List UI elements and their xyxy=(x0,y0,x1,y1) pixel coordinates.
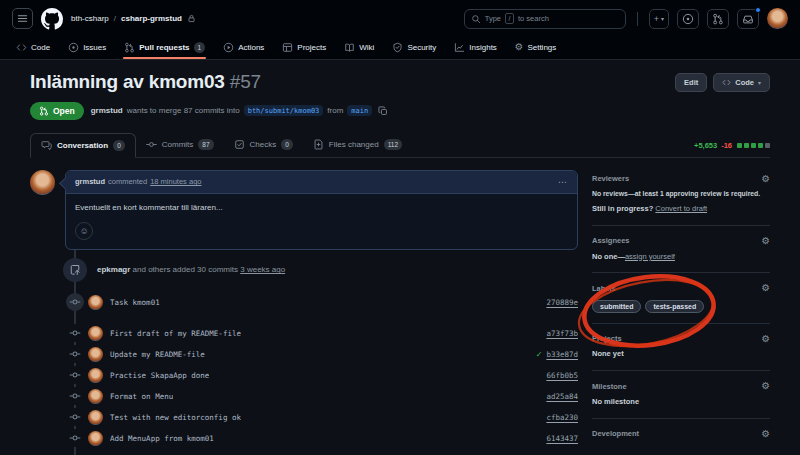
event-timestamp[interactable]: 3 weeks ago xyxy=(240,265,285,274)
hamburger-icon xyxy=(17,13,28,24)
issues-header-button[interactable] xyxy=(677,9,699,29)
diffstat-block xyxy=(758,143,763,148)
nav-item-insights[interactable]: Insights xyxy=(446,35,505,59)
commit-author-avatar[interactable] xyxy=(88,326,103,341)
copy-icon[interactable] xyxy=(378,106,388,116)
commit-hash-link[interactable]: b33e87d xyxy=(546,350,578,359)
commit-message-link[interactable]: Add MenuApp from kmom01 xyxy=(110,434,214,443)
tab-conversation[interactable]: Conversation 0 xyxy=(30,133,136,158)
nav-item-projects[interactable]: Projects xyxy=(274,35,334,59)
search-input[interactable]: Type / to search xyxy=(464,9,626,29)
gear-icon[interactable]: ⚙ xyxy=(761,381,770,391)
table-icon xyxy=(282,42,293,53)
commit-row: Add MenuApp from kmom01 6143437 xyxy=(30,428,578,449)
gear-icon[interactable]: ⚙ xyxy=(761,236,770,246)
head-branch-label[interactable]: main xyxy=(347,105,372,116)
nav-item-code[interactable]: Code xyxy=(8,35,58,59)
user-avatar[interactable] xyxy=(767,8,788,29)
commit-author-avatar[interactable] xyxy=(88,431,103,446)
commit-hash-link[interactable]: 270889e xyxy=(538,298,578,307)
tab-files-changed[interactable]: Files changed 112 xyxy=(303,132,412,157)
tab-checks[interactable]: Checks 0 xyxy=(224,132,303,157)
create-new-button[interactable]: + ▾ xyxy=(649,9,669,29)
repo-push-icon xyxy=(63,258,87,282)
add-reaction-button[interactable]: ☺ xyxy=(75,222,93,240)
gear-icon[interactable]: ⚙ xyxy=(761,429,770,439)
assignees-title: Assignees xyxy=(592,236,630,245)
reviewers-title: Reviewers xyxy=(592,174,629,183)
file-diff-icon xyxy=(313,139,324,150)
github-logo-icon[interactable] xyxy=(41,8,63,30)
sidebar-section-milestone: Milestone ⚙ No milestone xyxy=(592,371,770,418)
hamburger-menu-button[interactable] xyxy=(12,8,33,29)
pr-author[interactable]: grmstud xyxy=(91,106,123,115)
nav-item-pull-requests[interactable]: Pull requests 1 xyxy=(116,35,213,59)
sidebar-section-labels: Labels ⚙ submitted tests-passed xyxy=(592,273,770,324)
label-tests-passed[interactable]: tests-passed xyxy=(645,300,704,313)
commit-author-avatar[interactable] xyxy=(88,347,103,362)
sidebar-section-projects: Projects ⚙ None yet xyxy=(592,324,770,371)
commit-message-link[interactable]: Task kmom01 xyxy=(110,298,160,307)
commits-added-event: epkmagr and others added 30 commits 3 we… xyxy=(30,258,578,282)
milestone-empty-text: No milestone xyxy=(592,397,770,408)
git-commit-icon xyxy=(66,408,84,426)
commit-row: First draft of my README-file a73f73b xyxy=(30,323,578,344)
git-commit-icon xyxy=(66,324,84,342)
commit-hash-link[interactable]: 66fb0b5 xyxy=(538,371,578,380)
inbox-button[interactable] xyxy=(737,9,759,29)
comment-author[interactable]: grmstud xyxy=(75,177,105,186)
gear-icon[interactable]: ⚙ xyxy=(761,174,770,184)
nav-item-security[interactable]: Security xyxy=(384,35,444,59)
issue-opened-icon xyxy=(682,13,694,25)
commit-message-link[interactable]: Practise SkapaApp done xyxy=(110,371,209,380)
commit-hash-link[interactable]: cfba230 xyxy=(538,413,578,422)
commit-author-avatar[interactable] xyxy=(88,389,103,404)
comment-timestamp[interactable]: 18 minutes ago xyxy=(150,177,201,186)
commit-author-avatar[interactable] xyxy=(88,368,103,383)
inbox-icon xyxy=(742,13,754,25)
commit-hash-link[interactable]: a73f73b xyxy=(538,329,578,338)
pr-number: #57 xyxy=(230,71,261,92)
convert-to-draft-link[interactable]: Convert to draft xyxy=(655,204,707,213)
diffstat[interactable]: +5,653 -16 xyxy=(694,141,770,157)
check-success-icon[interactable]: ✓ xyxy=(528,350,543,359)
label-submitted[interactable]: submitted xyxy=(592,300,641,313)
commit-author-avatar[interactable] xyxy=(88,295,103,310)
code-icon xyxy=(722,78,731,87)
commit-message-link[interactable]: Format on Menu xyxy=(110,392,173,401)
checklist-icon xyxy=(234,139,245,150)
event-author[interactable]: epkmagr xyxy=(97,265,130,274)
commit-message-link[interactable]: Update my README-file xyxy=(110,350,205,359)
commit-hash-link[interactable]: 6143437 xyxy=(538,434,578,443)
conversation-count-badge: 0 xyxy=(113,140,125,151)
pull-requests-header-button[interactable] xyxy=(707,9,729,29)
commit-message-link[interactable]: First draft of my README-file xyxy=(110,329,241,338)
kebab-menu-icon[interactable]: ⋯ xyxy=(558,177,568,187)
tab-commits[interactable]: Commits 87 xyxy=(136,132,224,157)
commit-row: Practise SkapaApp done 66fb0b5 xyxy=(30,365,578,386)
git-commit-icon xyxy=(146,139,157,150)
base-branch-label[interactable]: bth/submit/kmom03 xyxy=(244,105,324,116)
code-dropdown-button[interactable]: Code ▾ xyxy=(713,73,770,92)
edit-button[interactable]: Edit xyxy=(675,73,707,92)
nav-item-wiki[interactable]: Wiki xyxy=(336,35,382,59)
nav-item-settings[interactable]: ⚙ Settings xyxy=(507,35,564,59)
nav-item-issues[interactable]: Issues xyxy=(60,35,114,59)
chevron-down-icon: ▾ xyxy=(661,15,664,22)
shield-icon xyxy=(392,42,403,53)
diffstat-block xyxy=(737,143,742,148)
comment-author-avatar[interactable] xyxy=(30,170,55,195)
search-placeholder-before: Type xyxy=(485,14,501,23)
breadcrumb-org[interactable]: bth-csharp xyxy=(71,14,109,23)
gear-icon[interactable]: ⚙ xyxy=(761,283,770,293)
commit-hash-link[interactable]: ad25a84 xyxy=(538,392,578,401)
breadcrumb-repo[interactable]: csharp-grmstud xyxy=(121,14,182,23)
gear-icon[interactable]: ⚙ xyxy=(761,334,770,344)
diffstat-block xyxy=(765,143,770,148)
pr-title-text: Inlämning av kmom03 xyxy=(30,71,225,92)
development-title: Development xyxy=(592,429,639,438)
commit-message-link[interactable]: Test with new editorconfig ok xyxy=(110,413,241,422)
assign-yourself-link[interactable]: assign yourself xyxy=(625,252,675,261)
nav-item-actions[interactable]: Actions xyxy=(215,35,272,59)
commit-author-avatar[interactable] xyxy=(88,410,103,425)
